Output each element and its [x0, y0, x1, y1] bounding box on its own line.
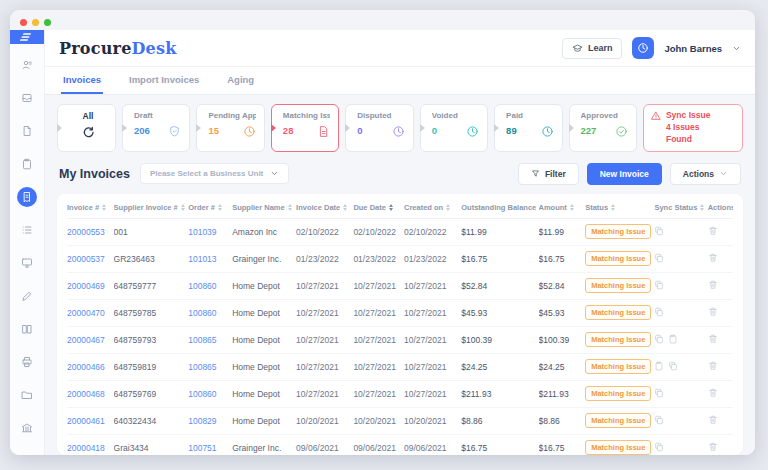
user-menu-chevron-icon[interactable] — [732, 44, 741, 53]
delete-invoice-button[interactable] — [708, 333, 733, 346]
business-unit-select[interactable]: Please Select a Business Unit — [140, 163, 289, 184]
column-header-created-on[interactable]: Created on — [404, 203, 461, 212]
supplier-invoice-number: 648759793 — [114, 335, 189, 345]
app-logo[interactable] — [10, 30, 44, 44]
tab-invoices[interactable]: Invoices — [61, 67, 103, 94]
delete-invoice-button[interactable] — [708, 279, 733, 292]
invoice-number-link[interactable]: 20000469 — [67, 281, 114, 291]
copy-sync-icon[interactable] — [654, 307, 664, 319]
delete-invoice-button[interactable] — [708, 414, 733, 427]
close-button[interactable] — [20, 19, 27, 26]
order-number-link[interactable]: 100860 — [188, 308, 232, 318]
supplier-name: Home Depot — [232, 281, 296, 291]
order-number-link[interactable]: 100751 — [188, 443, 232, 453]
new-invoice-button[interactable]: New Invoice — [587, 163, 662, 185]
sidebar-item-globe[interactable] — [17, 451, 37, 455]
order-number-link[interactable]: 100860 — [188, 389, 232, 399]
status-card-draft[interactable]: Draft 206 — [122, 104, 190, 152]
sync-status-icons — [654, 253, 707, 265]
avatar[interactable] — [632, 37, 654, 59]
order-number-link[interactable]: 100860 — [188, 281, 232, 291]
column-header-supplier-name[interactable]: Supplier Name — [232, 203, 296, 212]
sidebar-item-document[interactable] — [17, 121, 37, 141]
status-card-disputed[interactable]: Disputed 0 — [345, 104, 413, 152]
column-header-status[interactable]: Status — [585, 203, 654, 212]
sort-icon[interactable] — [343, 204, 347, 211]
filter-button[interactable]: Filter — [518, 163, 579, 185]
sort-icon[interactable] — [700, 204, 704, 211]
invoice-number-link[interactable]: 20000553 — [67, 227, 114, 237]
learn-button[interactable]: Learn — [562, 38, 623, 59]
column-header-amount[interactable]: Amount — [539, 203, 586, 212]
copy-sync-icon[interactable] — [668, 361, 678, 373]
column-header-actions[interactable]: Actions — [708, 203, 733, 212]
order-number-link[interactable]: 100865 — [188, 335, 232, 345]
sort-icon[interactable] — [570, 204, 574, 211]
sidebar-item-inbox[interactable] — [17, 88, 37, 108]
invoice-number-link[interactable]: 20000418 — [67, 443, 114, 453]
clipboard-sync-icon[interactable] — [654, 361, 664, 373]
sort-icon[interactable] — [181, 204, 185, 211]
delete-invoice-button[interactable] — [708, 441, 733, 454]
column-header-outstanding-balance[interactable]: Outstanding Balance — [461, 203, 538, 212]
sidebar-item-clipboard[interactable] — [17, 154, 37, 174]
copy-sync-icon[interactable] — [654, 280, 664, 292]
delete-invoice-button[interactable] — [708, 225, 733, 238]
invoice-number-link[interactable]: 20000467 — [67, 335, 114, 345]
minimize-button[interactable] — [32, 19, 39, 26]
column-header-invoice-date[interactable]: Invoice Date — [296, 203, 353, 212]
delete-invoice-button[interactable] — [708, 360, 733, 373]
sidebar-item-pencil[interactable] — [17, 286, 37, 306]
sidebar-item-folder[interactable] — [17, 385, 37, 405]
column-header-invoice-[interactable]: Invoice # — [67, 203, 114, 212]
status-card-all[interactable]: All — [57, 104, 116, 152]
status-card-voided[interactable]: Voided 0 — [420, 104, 488, 152]
sidebar-item-printer[interactable] — [17, 352, 37, 372]
order-number-link[interactable]: 100865 — [188, 362, 232, 372]
sort-icon[interactable] — [389, 204, 393, 211]
column-header-order-[interactable]: Order # — [188, 203, 232, 212]
zoom-button[interactable] — [44, 19, 51, 26]
sync-issue-alert[interactable]: Sync Issue4 IssuesFound — [643, 104, 743, 152]
sort-icon[interactable] — [102, 204, 106, 211]
column-header-due-date[interactable]: Due Date — [353, 203, 404, 212]
copy-sync-icon[interactable] — [654, 415, 664, 427]
copy-sync-icon[interactable] — [654, 442, 664, 454]
sort-icon[interactable] — [446, 204, 450, 211]
order-number-link[interactable]: 101039 — [188, 227, 232, 237]
order-number-link[interactable]: 100829 — [188, 416, 232, 426]
clipboard-sync-icon[interactable] — [668, 334, 678, 346]
order-number-link[interactable]: 101013 — [188, 254, 232, 264]
invoice-number-link[interactable]: 20000468 — [67, 389, 114, 399]
sort-icon[interactable] — [218, 204, 222, 211]
column-header-sync-status[interactable]: Sync Status — [654, 203, 707, 212]
copy-sync-icon[interactable] — [654, 334, 664, 346]
copy-sync-icon[interactable] — [654, 253, 664, 265]
copy-sync-icon[interactable] — [654, 226, 664, 238]
sidebar-item-book[interactable] — [17, 319, 37, 339]
status-card-pending-approval[interactable]: Pending Approval 15 — [196, 104, 264, 152]
delete-invoice-button[interactable] — [708, 252, 733, 265]
copy-sync-icon[interactable] — [654, 388, 664, 400]
tab-import-invoices[interactable]: Import Invoices — [127, 67, 201, 94]
sidebar-item-list[interactable] — [17, 220, 37, 240]
column-header-supplier-invoice-[interactable]: Supplier Invoice # — [114, 203, 189, 212]
delete-invoice-button[interactable] — [708, 387, 733, 400]
status-card-approved[interactable]: Approved 227 — [569, 104, 637, 152]
sort-icon[interactable] — [288, 204, 292, 211]
status-card-matching-issue[interactable]: Matching Issue 28 — [271, 104, 339, 152]
invoice-number-link[interactable]: 20000470 — [67, 308, 114, 318]
amount: $45.93 — [539, 308, 586, 318]
actions-button[interactable]: Actions — [670, 163, 741, 185]
delete-invoice-button[interactable] — [708, 306, 733, 319]
sidebar-item-users[interactable] — [17, 55, 37, 75]
tab-aging[interactable]: Aging — [225, 67, 256, 94]
invoice-number-link[interactable]: 20000461 — [67, 416, 114, 426]
sidebar-item-receipt-active[interactable] — [17, 187, 37, 207]
invoice-number-link[interactable]: 20000537 — [67, 254, 114, 264]
invoice-number-link[interactable]: 20000466 — [67, 362, 114, 372]
sidebar-item-monitor[interactable] — [17, 253, 37, 273]
sidebar-item-bank[interactable] — [17, 418, 37, 438]
sort-icon[interactable] — [611, 204, 615, 211]
status-card-paid[interactable]: Paid 89 — [494, 104, 562, 152]
